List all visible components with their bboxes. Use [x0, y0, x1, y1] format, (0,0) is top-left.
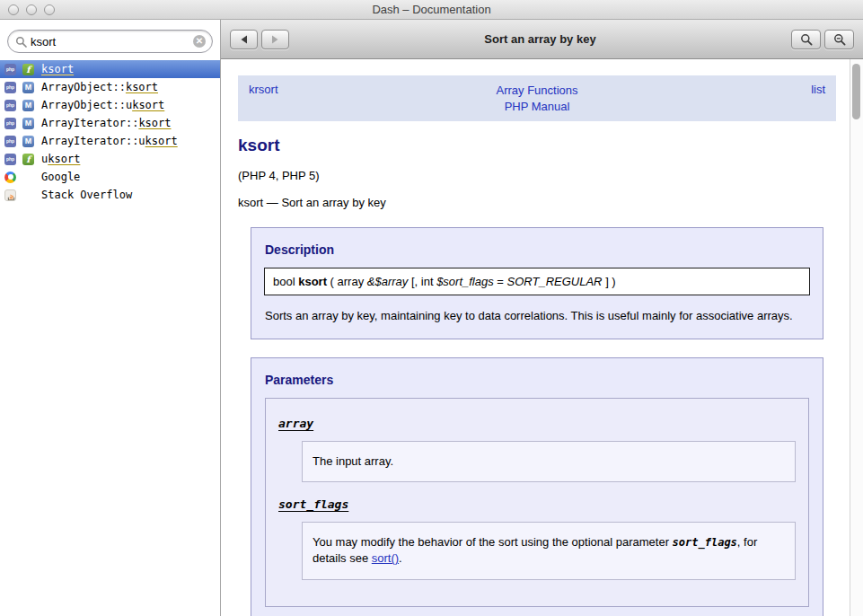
param-sort_flags-text: . [399, 551, 402, 565]
traffic-lights [8, 4, 55, 15]
signature-text: bool [273, 275, 298, 288]
signature-text: $sort_flags [436, 275, 494, 288]
param-sort_flags-text: You may modify the behavior of the sort … [313, 535, 673, 549]
php-version-info: (PHP 4, PHP 5) [238, 169, 836, 182]
parameter-name-sort_flags: sort_flags [278, 497, 796, 511]
signature-text: = [494, 275, 507, 288]
titlebar: Dash – Documentation [0, 0, 863, 20]
history-buttons [230, 30, 289, 49]
method-badge-icon: M [22, 82, 34, 93]
php-icon: php [4, 136, 16, 147]
result-row-ksort[interactable]: phpfksort [0, 60, 220, 78]
php-icon: php [4, 118, 16, 129]
description-text: Sorts an array by key, maintaining key t… [265, 309, 809, 324]
search-area: ✕ [0, 20, 220, 60]
magnifier-icon [800, 33, 813, 46]
param-sort_flags-link[interactable]: sort() [372, 551, 399, 565]
window-title: Dash – Documentation [372, 3, 490, 16]
left-arrow-icon [240, 35, 248, 44]
minimize-window-icon[interactable] [26, 4, 37, 15]
main-pane: Sort an array by key krsort [221, 20, 863, 616]
signature-text: SORT_REGULAR [507, 275, 603, 288]
result-row-arrayiterator-uksort[interactable]: phpMArrayIterator::uksort [0, 132, 220, 150]
clear-search-icon[interactable]: ✕ [193, 35, 206, 48]
result-row-stack-overflow[interactable]: Stack Overflow [0, 186, 220, 204]
forward-button[interactable] [261, 30, 289, 49]
php-icon: php [4, 154, 16, 165]
result-label: ArrayIterator::ksort [41, 117, 172, 129]
result-row-google[interactable]: Google [0, 168, 220, 186]
signature-text: ( array [327, 275, 367, 288]
dash-window: Dash – Documentation ✕ phpfksortphpMArra… [0, 0, 863, 616]
close-window-icon[interactable] [8, 4, 19, 15]
function-signature: bool ksort ( array &$array [, int $sort_… [264, 268, 810, 295]
result-label: ArrayIterator::uksort [41, 135, 178, 147]
parameters-list: arrayThe input array.sort_flagsYou may m… [265, 398, 809, 607]
parameter-description-sort_flags: You may modify the behavior of the sort … [302, 522, 796, 579]
result-label: uksort [41, 153, 80, 165]
signature-text: [, int [408, 275, 436, 288]
result-label: ksort [41, 63, 74, 75]
result-row-arrayobject-ksort[interactable]: phpMArrayObject::ksort [0, 78, 220, 96]
zoom-in-button[interactable] [824, 30, 854, 49]
results-list: phpfksortphpMArrayObject::ksortphpMArray… [0, 60, 220, 204]
method-badge-icon: M [22, 100, 34, 111]
signature-text: ] ) [603, 275, 616, 288]
php-manual-link[interactable]: PHP Manual [505, 100, 570, 113]
method-badge-icon: M [22, 118, 34, 129]
page-toolbar-title: Sort an array by key [289, 32, 791, 46]
page-title: ksort [238, 136, 836, 155]
back-button[interactable] [230, 30, 258, 49]
zoom-buttons [791, 30, 854, 49]
stackoverflow-icon [4, 189, 16, 201]
result-row-arrayiterator-ksort[interactable]: phpMArrayIterator::ksort [0, 114, 220, 132]
result-row-arrayobject-uksort[interactable]: phpMArrayObject::uksort [0, 96, 220, 114]
parameter-description-array: The input array. [302, 441, 796, 482]
parameters-heading: Parameters [265, 373, 810, 387]
toolbar: Sort an array by key [221, 20, 863, 59]
documentation-page: krsort Array Functions PHP Manual list k… [221, 59, 850, 616]
function-purpose: ksort — Sort an array by key [238, 196, 836, 209]
description-section: Description bool ksort ( array &$array [… [251, 227, 823, 339]
scrollbar-thumb[interactable] [852, 64, 860, 119]
function-badge-icon: f [22, 154, 34, 165]
zoom-out-button[interactable] [791, 30, 821, 49]
result-row-uksort[interactable]: phpfuksort [0, 150, 220, 168]
result-label: Stack Overflow [41, 189, 132, 201]
prev-page-link[interactable]: krsort [249, 83, 278, 96]
php-icon: php [4, 82, 16, 93]
php-icon: php [4, 100, 16, 111]
search-icon [15, 36, 27, 48]
zoom-window-icon[interactable] [44, 4, 55, 15]
parameters-section: Parameters arrayThe input array.sort_fla… [251, 357, 823, 616]
search-input[interactable] [31, 35, 193, 48]
magnifier-icon [833, 33, 846, 46]
parameter-name-array: array [278, 417, 796, 430]
function-badge-icon: f [22, 64, 34, 75]
method-badge-icon: M [22, 136, 34, 147]
google-icon [4, 172, 16, 183]
badge-spacer [22, 172, 34, 183]
param-sort_flags-text: sort_flags [673, 536, 737, 549]
vertical-scrollbar[interactable] [850, 59, 863, 616]
array-functions-link[interactable]: Array Functions [496, 84, 577, 97]
search-field[interactable]: ✕ [7, 30, 213, 53]
doc-header-nav: krsort Array Functions PHP Manual list [238, 75, 836, 121]
result-label: ArrayObject::ksort [41, 81, 158, 93]
description-heading: Description [265, 242, 810, 257]
sidebar: ✕ phpfksortphpMArrayObject::ksortphpMArr… [0, 20, 221, 616]
signature-text: &$array [367, 275, 409, 288]
list-link[interactable]: list [811, 83, 825, 96]
php-icon: php [4, 64, 16, 75]
right-arrow-icon [271, 35, 279, 44]
result-label: ArrayObject::uksort [41, 99, 164, 111]
result-label: Google [41, 171, 80, 183]
badge-spacer [22, 189, 34, 201]
signature-text: ksort [298, 275, 327, 288]
param-array-text: The input array. [313, 454, 393, 468]
